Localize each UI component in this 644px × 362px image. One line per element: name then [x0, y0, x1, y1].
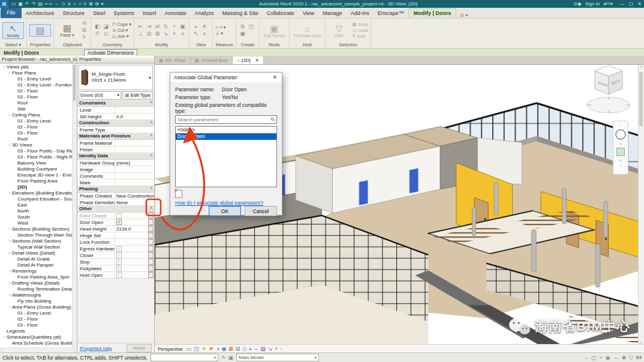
browser-item-schedules-quantities-all[interactable]: −Schedules/Quantities (all) — [0, 334, 77, 340]
property-value[interactable] — [115, 166, 154, 172]
temporary-view-properties-icon[interactable]: ▤ — [260, 345, 266, 353]
property-value[interactable]: 0.0 — [115, 113, 154, 119]
revit-logo[interactable]: R — [0, 0, 8, 8]
ribbon-tab-insert[interactable]: Insert — [139, 9, 161, 18]
associate-global-parameter-button[interactable] — [148, 259, 154, 265]
browser-item-fly-into-building[interactable]: Fly into Building — [0, 298, 77, 304]
property-value[interactable]: ✓ — [115, 219, 148, 225]
associate-global-parameter-button[interactable] — [148, 213, 154, 219]
browser-item-floor-plans[interactable]: −Floor Plans — [0, 70, 77, 76]
property-value[interactable] — [115, 239, 148, 245]
paint-icon[interactable]: ◧ — [94, 23, 101, 30]
checkbox[interactable] — [116, 213, 122, 219]
save-selection-button[interactable]: ▣Save — [352, 22, 368, 27]
zoom-icon[interactable] — [616, 148, 625, 156]
associate-global-parameter-button[interactable] — [148, 246, 154, 252]
steering-wheel-icon[interactable] — [615, 129, 626, 140]
apply-button[interactable]: Apply — [127, 344, 152, 352]
active-workset-dropdown[interactable]: Main Model▾ — [236, 354, 319, 361]
expander-icon[interactable]: − — [7, 268, 12, 274]
expander-icon[interactable]: − — [7, 280, 12, 286]
shadows-icon[interactable]: ◑ — [216, 345, 219, 353]
browser-item-03-floor-public-night-rer[interactable]: 03 - Floor Public - Night Rer — [0, 154, 77, 160]
expander-icon[interactable]: − — [7, 142, 12, 148]
aligned-dimension-icon[interactable]: ⇔ — [55, 0, 59, 8]
thin-lines-icon[interactable]: ≡ — [83, 0, 86, 8]
navbar-options-icon[interactable]: ○ — [619, 124, 622, 127]
switch-windows-icon[interactable]: ⧉ — [95, 0, 99, 8]
property-value[interactable]: ✓ — [115, 252, 148, 258]
properties-toggle-button[interactable]: ▤ — [29, 24, 51, 37]
redo-icon[interactable]: ↷ — [32, 0, 36, 8]
maximize-button[interactable]: ▢ — [629, 1, 634, 7]
close-hidden-windows-icon[interactable]: ⊠ — [89, 0, 93, 8]
property-group-construction[interactable]: Construction^ — [77, 120, 154, 127]
open-icon[interactable]: ▭ — [11, 0, 16, 8]
rotate-icon[interactable]: ↻ — [162, 23, 170, 30]
browser-item-area-schedule-gross-building[interactable]: Area Schedule (Gross Building) — [0, 340, 77, 346]
create-group-icon[interactable]: ⧉ — [239, 23, 246, 30]
browser-item-01-entry-level[interactable]: 01 - Entry Level — [0, 76, 77, 82]
copy-element-icon[interactable]: ▣ — [179, 23, 186, 30]
print-icon[interactable]: ▤ — [38, 0, 43, 8]
view-tab-ground-floor[interactable]: ▦Ground floor — [191, 56, 233, 64]
worksets-icon[interactable]: ▣ — [228, 355, 234, 361]
browser-item-walkthroughs[interactable]: −Walkthroughs — [0, 292, 77, 298]
property-value[interactable]: ✓ — [115, 259, 148, 265]
temporary-hide-isolate-icon[interactable]: ◐ — [249, 345, 252, 353]
browser-item-01-entry-level-furniture-l[interactable]: 01 - Entry Level - Furniture L — [0, 82, 77, 88]
browser-item-detail-at-grade[interactable]: Detail At Grade — [0, 256, 77, 262]
search-parameters-input[interactable] — [175, 115, 277, 124]
offset-icon[interactable]: ⇥ — [145, 23, 153, 30]
properties-help-link[interactable]: Properties help — [80, 346, 112, 351]
pin-icon[interactable]: ≡ — [179, 31, 186, 37]
property-value[interactable]: (none) — [115, 160, 154, 166]
parameter-option-doors-open[interactable]: Doors Open — [176, 133, 276, 140]
view-size-icon[interactable]: ▭ — [186, 345, 192, 353]
browser-item-03-floor[interactable]: 03 - Floor — [0, 322, 77, 328]
ribbon-tab-steel[interactable]: Steel — [89, 9, 110, 18]
browser-item-3d-views[interactable]: −3D Views — [0, 142, 77, 148]
default-3d-view-icon[interactable]: ⌂ — [73, 0, 76, 8]
browser-item-detail-at-parapet[interactable]: Detail At Parapet — [0, 262, 77, 268]
new-global-parameter-button[interactable] — [175, 190, 182, 198]
select-pinned-icon[interactable]: + — [600, 355, 603, 361]
navbar-down-icon[interactable]: ▾ — [619, 142, 621, 146]
trim-extend-icon[interactable]: ⊥ — [137, 31, 145, 37]
property-value[interactable] — [115, 173, 154, 179]
match-type-icon[interactable]: ✎ — [80, 34, 88, 41]
property-value[interactable] — [115, 179, 154, 186]
user-icon[interactable]: ◉ — [577, 1, 582, 7]
display-icon[interactable]: ≡ — [200, 31, 208, 37]
category-filter-dropdown[interactable]: Doors (63)▾ — [79, 91, 121, 100]
property-value[interactable]: ✓ — [115, 272, 148, 278]
view-scale-label[interactable]: Perspective — [158, 346, 183, 352]
property-group-constraints[interactable]: Constraints^ — [77, 100, 154, 107]
navbar-options2-icon[interactable]: ○ — [619, 164, 622, 167]
ok-button[interactable]: OK — [209, 206, 241, 216]
property-value[interactable]: ✓ — [115, 246, 148, 252]
search-icon[interactable]: ⊙ — [573, 1, 577, 7]
checkbox[interactable]: ✓ — [116, 246, 122, 252]
edit-type-button[interactable]: ▣ Edit Type — [122, 91, 153, 100]
help-link[interactable]: How do I associate global parameters? — [175, 200, 277, 206]
browser-item-building-courtyard[interactable]: Building Courtyard — [0, 166, 77, 172]
parameter-option-none[interactable]: <none> — [176, 127, 276, 133]
align-icon[interactable]: ⇤ — [137, 23, 145, 30]
reveal-hidden-elements-icon[interactable]: ◒ — [255, 345, 258, 353]
reveal-constraints-icon[interactable]: + — [275, 345, 278, 353]
visual-style-icon[interactable]: ◳ — [194, 345, 199, 353]
design-option-dropdown[interactable]: ▾ — [151, 354, 218, 361]
expand-bar-icon[interactable]: ‹ — [281, 345, 282, 353]
edit-family-button[interactable]: ▣Edit Family — [262, 22, 287, 39]
ribbon-tab-analyze[interactable]: Analyze — [191, 9, 218, 18]
pick-new-host-button[interactable]: ⌂Pick New Host — [292, 22, 323, 39]
ribbon-tab-systems[interactable]: Systems — [110, 9, 139, 18]
crop-view-icon[interactable]: ⊞ — [228, 345, 233, 353]
sign-in-button[interactable]: Sign In — [585, 1, 600, 7]
array-icon[interactable]: ⊞ — [154, 31, 161, 37]
background-processes-icon[interactable]: ✱ — [622, 355, 627, 361]
contextual-tab-modify-doors[interactable]: Modify | Doors — [408, 8, 457, 18]
checkbox[interactable]: ✓ — [116, 266, 122, 271]
ribbon-tab-structure[interactable]: Structure — [59, 9, 89, 18]
